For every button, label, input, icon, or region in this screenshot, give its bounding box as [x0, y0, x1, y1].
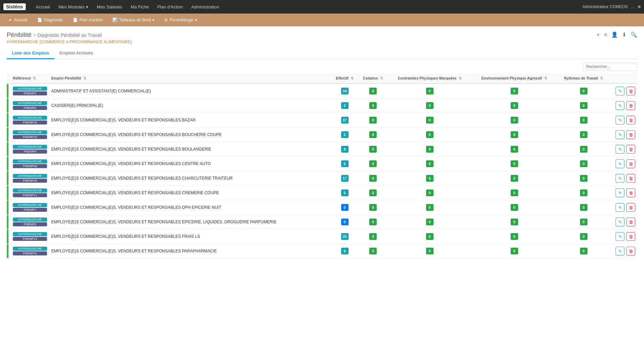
- sort-rythmes-icon[interactable]: ⇅: [600, 76, 603, 80]
- badge-group: HYPERMARCHE PNEMP2: [13, 87, 47, 95]
- edit-button[interactable]: ✎: [616, 101, 624, 110]
- reference-cell: HYPERMARCHE PNEMP15: [11, 171, 49, 186]
- emploi-cell: CAISSIER(E) PRINCIPAL(E): [49, 98, 331, 113]
- table-row: HYPERMARCHE PNEMP13 EMPLOYE(E)S COMMERCI…: [7, 229, 637, 244]
- sort-contraintes-icon[interactable]: ⇅: [459, 76, 462, 80]
- rythmes-cell: 0: [557, 229, 610, 244]
- nav-items: Accueil Mes Modules ▾ Mes Salariés Ma Fi…: [32, 3, 582, 11]
- edit-button[interactable]: ✎: [616, 218, 624, 226]
- edit-button[interactable]: ✎: [616, 145, 624, 154]
- download-button[interactable]: ⬇: [622, 31, 626, 38]
- delete-button[interactable]: 🗑: [626, 101, 635, 110]
- badge-group: HYPERMARCHE PNEMP8: [13, 218, 47, 226]
- row-indicator-cell: [7, 186, 11, 200]
- page-header: Pénibilité > Diagnostic Pénibilité au Tr…: [7, 31, 637, 44]
- badge-pnemp: PNEMP11: [13, 193, 47, 197]
- nav-mes-modules[interactable]: Mes Modules ▾: [55, 3, 92, 11]
- edit-button[interactable]: ✎: [616, 188, 624, 197]
- delete-button[interactable]: 🗑: [626, 218, 635, 226]
- edit-button[interactable]: ✎: [616, 159, 624, 168]
- sort-reference-icon[interactable]: ⇅: [33, 76, 36, 80]
- delete-button[interactable]: 🗑: [626, 130, 635, 139]
- badge-pnemp: PNEMP18: [13, 120, 47, 125]
- delete-button[interactable]: 🗑: [626, 159, 635, 168]
- sort-environnement-icon[interactable]: ⇅: [544, 76, 547, 80]
- badge-group: HYPERMARCHE PNEMP11: [13, 188, 47, 197]
- search-button[interactable]: 🔍: [630, 31, 637, 38]
- row-indicator-cell: [7, 171, 11, 186]
- contraintes-badge: 0: [426, 131, 434, 138]
- subnav-plan-action[interactable]: 📄 Plan d'action: [69, 16, 107, 24]
- row-indicator-cell: [7, 157, 11, 171]
- edit-button[interactable]: ✎: [616, 87, 624, 95]
- badge-hypermarche: HYPERMARCHE: [13, 203, 47, 207]
- edit-button[interactable]: ✎: [616, 130, 624, 139]
- environnement-badge: 0: [511, 248, 518, 254]
- actions-cell: ✎ 🗑: [610, 84, 637, 98]
- emploi-cell: EMPLOYE(E)S COMMERCIAL(E)S, VENDEURS ET …: [49, 157, 331, 171]
- cotation-cell: 0: [358, 200, 388, 215]
- cotation-cell: 0: [358, 142, 388, 157]
- contraintes-badge: 0: [426, 248, 434, 254]
- contraintes-badge: 0: [426, 160, 434, 167]
- nav-accueil[interactable]: Accueil: [32, 3, 53, 11]
- green-indicator: [7, 200, 8, 214]
- edit-button[interactable]: ✎: [616, 232, 624, 241]
- tab-liste-emplois[interactable]: Liste des Emplois: [7, 48, 54, 59]
- subnav-parametrage[interactable]: ⚙ Paramétrage ▾: [160, 16, 201, 24]
- plan-icon: 📄: [73, 18, 78, 22]
- rythmes-badge: 0: [580, 175, 587, 182]
- sub-navigation: 🏠 Accueil 📄 Diagnostic 📄 Plan d'action 📊…: [0, 14, 644, 26]
- search-input[interactable]: [583, 63, 637, 71]
- rythmes-badge: 0: [580, 248, 587, 254]
- environnement-badge: 0: [511, 117, 518, 123]
- reference-cell: HYPERMARCHE PNEMP20: [11, 157, 49, 171]
- contraintes-badge: 0: [426, 88, 434, 94]
- sort-effectif-icon[interactable]: ⇅: [351, 76, 354, 80]
- nav-plan-action[interactable]: Plan d'Action: [154, 3, 186, 11]
- delete-button[interactable]: 🗑: [626, 87, 635, 95]
- delete-button[interactable]: 🗑: [626, 145, 635, 154]
- user-button[interactable]: 👤: [611, 31, 618, 38]
- cotation-badge: 0: [369, 189, 377, 196]
- badge-group: HYPERMARCHE PNEMP31: [13, 247, 47, 255]
- edit-button[interactable]: ✎: [616, 174, 624, 183]
- delete-button[interactable]: 🗑: [626, 188, 635, 197]
- sort-emploi-icon[interactable]: ⇅: [83, 76, 86, 80]
- rythmes-badge: 0: [580, 131, 587, 138]
- reference-cell: HYPERMARCHE PNEMP18: [11, 113, 49, 128]
- add-button[interactable]: +: [597, 32, 600, 38]
- delete-button[interactable]: 🗑: [626, 174, 635, 183]
- table-row: HYPERMARCHE PNEMP11 EMPLOYE(E)S COMMERCI…: [7, 186, 637, 200]
- edit-button[interactable]: ✎: [616, 116, 624, 125]
- nav-ma-fiche[interactable]: Ma Fiche: [127, 3, 152, 11]
- list-button[interactable]: ≡: [604, 32, 607, 38]
- edit-button[interactable]: ✎: [616, 203, 624, 212]
- nav-administration[interactable]: Administration: [188, 3, 222, 11]
- contraintes-badge: 0: [426, 102, 434, 109]
- actions-cell: ✎ 🗑: [610, 128, 637, 142]
- contraintes-cell: 0: [388, 215, 471, 229]
- table-row: HYPERMARCHE PNEMP18 EMPLOYE(E)S COMMERCI…: [7, 113, 637, 128]
- sort-cotation-icon[interactable]: ⇅: [380, 76, 383, 80]
- table-row: HYPERMARCHE PNEMP4 CAISSIER(E) PRINCIPAL…: [7, 98, 637, 113]
- reference-cell: HYPERMARCHE PNEMP4: [11, 98, 49, 113]
- delete-button[interactable]: 🗑: [626, 232, 635, 241]
- subnav-accueil[interactable]: 🏠 Accueil: [3, 16, 31, 24]
- badge-pnemp: PNEMP4: [13, 106, 47, 110]
- environnement-cell: 0: [471, 142, 557, 157]
- tab-emplois-archives[interactable]: Emplois Archivés: [54, 48, 98, 59]
- rythmes-cell: 0: [557, 113, 610, 128]
- row-indicator-cell: [7, 98, 11, 113]
- delete-button[interactable]: 🗑: [626, 116, 635, 125]
- badge-group: HYPERMARCHE PNEMP4: [13, 101, 47, 110]
- subnav-tableaux-bord[interactable]: 📊 Tableaux de Bord ▾: [108, 16, 158, 24]
- subnav-diagnostic[interactable]: 📄 Diagnostic: [33, 16, 67, 24]
- nav-mes-salaries[interactable]: Mes Salariés: [93, 3, 126, 11]
- reference-cell: HYPERMARCHE PNEMP31: [11, 244, 49, 258]
- effectif-badge: 17: [341, 175, 349, 182]
- table-row: HYPERMARCHE PNEMP9 EMPLOYE(E)S COMMERCIA…: [7, 142, 637, 157]
- delete-button[interactable]: 🗑: [626, 247, 635, 255]
- delete-button[interactable]: 🗑: [626, 203, 635, 212]
- edit-button[interactable]: ✎: [616, 247, 624, 255]
